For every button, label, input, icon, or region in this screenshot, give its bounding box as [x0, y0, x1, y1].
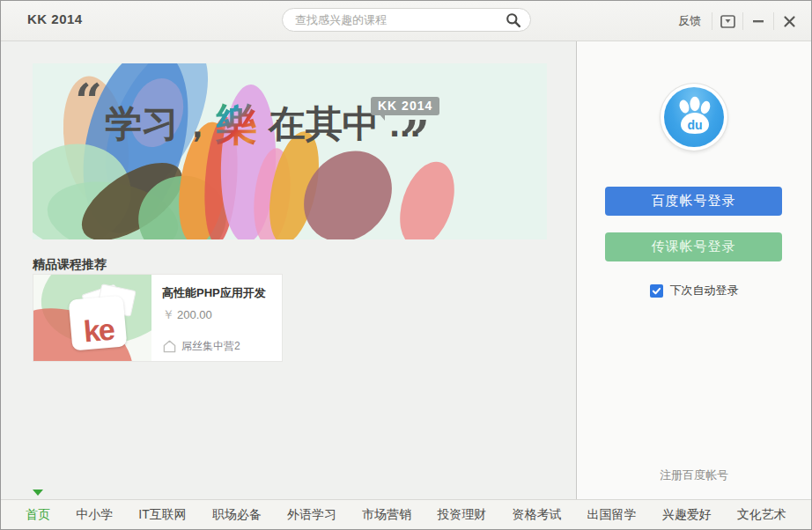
main-panel: “ 学习，樂 在其中 ... ” KK 2014 精品课程推荐 ke: [1, 41, 577, 499]
course-title: 高性能PHP应用开发: [162, 285, 271, 301]
course-thumbnail: ke: [33, 275, 151, 361]
nav-tab-6[interactable]: 市场营销: [362, 500, 411, 529]
nav-tab-10[interactable]: 兴趣爱好: [662, 500, 712, 529]
banner-petal: [390, 155, 464, 239]
divider: [773, 12, 774, 30]
baidu-logo-icon: du: [661, 84, 727, 151]
price-value: 200.00: [177, 308, 212, 321]
currency-symbol: ￥: [162, 307, 174, 321]
section-title: 精品课程推荐: [33, 257, 107, 273]
chuanke-logo: ke: [69, 295, 128, 350]
banner-version-badge: KK 2014: [371, 97, 439, 115]
divider: [742, 12, 743, 30]
slogan-prefix: 学习，: [105, 103, 216, 144]
slogan-highlight: 樂: [216, 101, 258, 148]
nav-tab-3[interactable]: IT互联网: [138, 500, 186, 529]
banner-carousel[interactable]: “ 学习，樂 在其中 ... ” KK 2014: [33, 63, 547, 239]
nav-tab-2[interactable]: 中小学: [76, 500, 113, 529]
nav-tab-7[interactable]: 投资理财: [437, 500, 486, 529]
search-box[interactable]: [282, 8, 531, 32]
app-title: KK 2014: [27, 11, 83, 26]
title-bar: KK 2014 反馈: [1, 1, 811, 41]
course-price: ￥200.00: [162, 307, 271, 323]
course-provider: 屌丝集中营2: [162, 339, 271, 354]
window-menu-icon[interactable]: [714, 9, 741, 33]
provider-name: 屌丝集中营2: [181, 339, 240, 354]
nav-active-marker-icon: [33, 490, 43, 496]
search-icon[interactable]: [504, 11, 523, 30]
auto-login-label[interactable]: 下次自动登录: [670, 283, 739, 298]
nav-tab-11[interactable]: 文化艺术: [737, 500, 786, 529]
minimize-icon[interactable]: [745, 9, 771, 33]
nav-tab-5[interactable]: 外语学习: [287, 500, 336, 529]
nav-tab-8[interactable]: 资格考试: [512, 500, 561, 529]
auto-login-checkbox[interactable]: [650, 284, 663, 298]
course-info: 高性能PHP应用开发 ￥200.00 屌丝集中营2: [151, 275, 282, 361]
close-quote-mark: ”: [402, 114, 430, 162]
window-controls: 反馈: [669, 1, 802, 41]
divider: [712, 12, 712, 30]
home-icon: [162, 339, 177, 354]
nav-tab-9[interactable]: 出国留学: [587, 500, 637, 529]
chuanke-logo-text: ke: [82, 314, 114, 350]
search-input[interactable]: [295, 13, 504, 26]
feedback-button[interactable]: 反馈: [669, 10, 710, 33]
nav-tab-4[interactable]: 职场必备: [212, 500, 262, 529]
register-link[interactable]: 注册百度帐号: [577, 467, 811, 483]
app-window: KK 2014 反馈: [0, 0, 812, 530]
close-icon[interactable]: [776, 9, 802, 33]
course-card[interactable]: ke 高性能PHP应用开发 ￥200.00 屌丝集中营2: [33, 274, 283, 362]
content-area: “ 学习，樂 在其中 ... ” KK 2014 精品课程推荐 ke: [1, 41, 811, 499]
bottom-nav: 首页中小学IT互联网职场必备外语学习市场营销投资理财资格考试出国留学兴趣爱好文化…: [1, 499, 811, 529]
baidu-login-button[interactable]: 百度帐号登录: [605, 187, 782, 216]
login-panel: du 百度帐号登录 传课帐号登录 下次自动登录 注册百度帐号: [577, 41, 811, 499]
chuanke-login-button[interactable]: 传课帐号登录: [605, 232, 782, 261]
open-quote-mark: “: [75, 77, 102, 125]
nav-tab-1[interactable]: 首页: [26, 500, 50, 529]
baidu-paw-icon: du: [664, 87, 724, 147]
auto-login-row: 下次自动登录: [577, 283, 811, 298]
baidu-du-text: du: [687, 118, 702, 132]
check-icon: [652, 286, 661, 296]
